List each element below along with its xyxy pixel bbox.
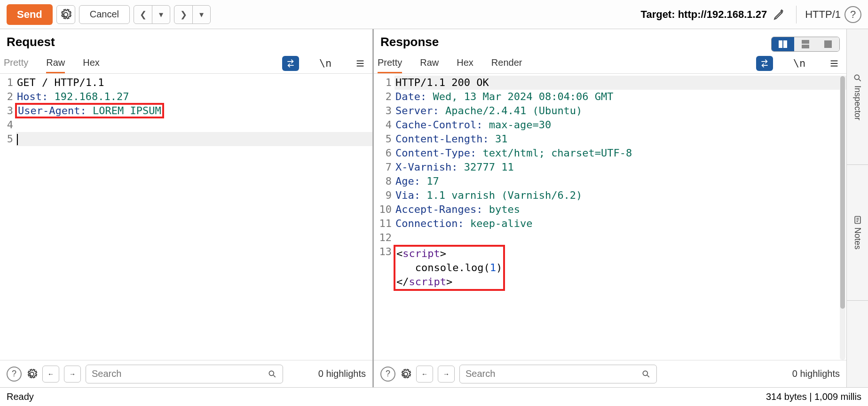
help-button[interactable]: ? — [844, 6, 861, 23]
code-line[interactable]: 5Content-Length: 31 — [374, 132, 846, 146]
tab-pretty[interactable]: Pretty — [4, 53, 28, 73]
top-toolbar: Send Cancel ❮ ▾ ❯ ▾ Target: http://192.1… — [0, 0, 868, 29]
svg-point-1 — [643, 371, 647, 375]
hamburger-icon — [829, 58, 839, 69]
response-scrollbar[interactable] — [840, 76, 845, 360]
code-line[interactable]: 4Cache-Control: max-age=30 — [374, 118, 846, 132]
request-highlights-count: 0 highlights — [318, 368, 366, 379]
code-line[interactable]: 9Via: 1.1 varnish (Varnish/6.2) — [374, 188, 846, 203]
request-search-box — [86, 365, 283, 383]
response-settings-button[interactable] — [400, 368, 411, 380]
http-version-selector[interactable]: HTTP/1 — [805, 8, 841, 21]
code-line[interactable]: 13<script> console.log(1)</script> — [374, 245, 846, 291]
actions-icon — [760, 59, 769, 68]
pencil-icon — [773, 8, 785, 21]
rail-spacer — [847, 301, 868, 387]
edit-target-button[interactable] — [771, 8, 788, 21]
toolbar-divider — [796, 6, 797, 23]
status-left: Ready — [7, 391, 34, 402]
actions-icon — [286, 59, 295, 68]
code-line[interactable]: 8Age: 17 — [374, 174, 846, 188]
gear-icon — [26, 368, 38, 380]
request-panel: Request Pretty Raw Hex \n 1GET / HTTP/1.… — [0, 29, 374, 387]
line-wrap-toggle[interactable]: \n — [317, 56, 334, 71]
send-options-button[interactable] — [56, 5, 75, 24]
tab-raw[interactable]: Raw — [420, 53, 439, 73]
side-rail: Inspector Notes — [846, 29, 868, 387]
request-help-button[interactable]: ? — [7, 367, 22, 382]
response-tabs: Pretty Raw Hex Render \n — [374, 53, 846, 74]
response-footer: ? ← → 0 highlights — [374, 360, 846, 387]
inspector-icon — [853, 73, 862, 83]
request-editor[interactable]: 1GET / HTTP/1.12Host: 192.168.1.273User-… — [0, 74, 372, 360]
code-line[interactable]: 12 — [374, 231, 846, 245]
status-bar: Ready 314 bytes | 1,009 millis — [0, 387, 868, 406]
send-button[interactable]: Send — [7, 4, 53, 25]
request-tabs: Pretty Raw Hex \n — [0, 53, 372, 74]
code-line[interactable]: 3User-Agent: LOREM IPSUM — [0, 104, 372, 118]
response-search-input[interactable] — [466, 368, 641, 379]
search-prev-button[interactable]: ← — [42, 366, 59, 383]
history-back-button[interactable]: ❮ — [134, 6, 152, 23]
layout-toggle — [771, 37, 840, 52]
hamburger-icon — [355, 58, 365, 69]
code-line[interactable]: 7X-Varnish: 32777 11 — [374, 160, 846, 174]
history-forward-menu[interactable]: ▾ — [192, 6, 210, 23]
layout-single[interactable] — [817, 37, 839, 51]
response-search-box — [459, 365, 657, 383]
code-line[interactable]: 11Connection: keep-alive — [374, 217, 846, 231]
layout-split-vertical[interactable] — [794, 37, 817, 51]
tab-hex[interactable]: Hex — [83, 53, 100, 73]
gear-icon — [400, 368, 411, 380]
notes-icon — [853, 215, 862, 225]
cancel-button[interactable]: Cancel — [79, 5, 130, 24]
code-line[interactable]: 3Server: Apache/2.4.41 (Ubuntu) — [374, 104, 846, 118]
tab-pretty[interactable]: Pretty — [378, 53, 402, 73]
response-actions-button[interactable] — [756, 56, 773, 71]
history-forward-group: ❯ ▾ — [174, 5, 211, 24]
gear-icon — [60, 8, 72, 21]
inspector-tab[interactable]: Inspector — [847, 29, 868, 165]
search-icon — [641, 369, 651, 379]
target-label: Target: http://192.168.1.27 — [641, 8, 767, 21]
response-panel: Response Pretty Raw Hex Render \n 1HTTP/ — [374, 29, 846, 387]
status-right: 314 bytes | 1,009 millis — [766, 391, 861, 402]
code-line[interactable]: 6Content-Type: text/html; charset=UTF-8 — [374, 146, 846, 160]
request-search-input[interactable] — [92, 368, 268, 379]
notes-tab[interactable]: Notes — [847, 165, 868, 301]
code-line[interactable]: 2Date: Wed, 13 Mar 2024 08:04:06 GMT — [374, 90, 846, 104]
svg-point-2 — [854, 75, 859, 79]
tab-render[interactable]: Render — [491, 53, 522, 73]
code-line[interactable]: 5 — [0, 132, 372, 146]
search-icon — [268, 369, 277, 379]
response-menu-button[interactable] — [826, 56, 843, 71]
line-wrap-toggle[interactable]: \n — [791, 56, 808, 71]
layout-split-horizontal[interactable] — [772, 37, 794, 51]
response-highlights-count: 0 highlights — [792, 368, 840, 379]
request-menu-button[interactable] — [352, 56, 369, 71]
code-line[interactable]: 1HTTP/1.1 200 OK — [374, 76, 846, 90]
search-next-button[interactable]: → — [64, 366, 81, 383]
search-prev-button[interactable]: ← — [416, 366, 433, 383]
tab-raw[interactable]: Raw — [46, 53, 65, 73]
request-actions-button[interactable] — [282, 56, 299, 71]
main-split: Request Pretty Raw Hex \n 1GET / HTTP/1.… — [0, 29, 868, 387]
history-back-menu[interactable]: ▾ — [152, 6, 170, 23]
history-forward-button[interactable]: ❯ — [174, 6, 192, 23]
code-line[interactable]: 1GET / HTTP/1.1 — [0, 76, 372, 90]
response-title: Response — [380, 35, 439, 49]
code-line[interactable]: 10Accept-Ranges: bytes — [374, 203, 846, 217]
request-footer: ? ← → 0 highlights — [0, 360, 372, 387]
response-help-button[interactable]: ? — [380, 367, 395, 382]
response-viewer[interactable]: 1HTTP/1.1 200 OK2Date: Wed, 13 Mar 2024 … — [374, 74, 846, 360]
request-settings-button[interactable] — [26, 368, 38, 380]
search-next-button[interactable]: → — [438, 366, 455, 383]
code-line[interactable]: 4 — [0, 118, 372, 132]
history-back-group: ❮ ▾ — [134, 5, 170, 24]
request-title: Request — [7, 35, 366, 49]
code-line[interactable]: 2Host: 192.168.1.27 — [0, 90, 372, 104]
tab-hex[interactable]: Hex — [457, 53, 473, 73]
svg-point-0 — [269, 371, 274, 375]
